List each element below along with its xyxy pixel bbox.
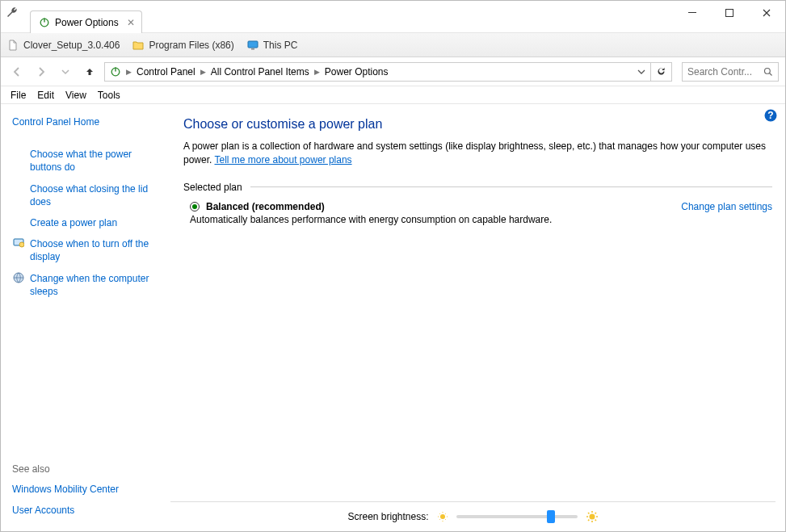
close-tab-icon[interactable]: ✕ [127, 17, 135, 28]
help-icon[interactable]: ? [764, 109, 777, 122]
plan-option[interactable]: Balanced (recommended) [190, 201, 325, 212]
bookmark-clover-setup[interactable]: Clover_Setup_3.0.406 [7, 40, 120, 51]
nav-bar: ▶ Control Panel ▶ All Control Panel Item… [1, 57, 785, 86]
globe-icon [12, 272, 25, 298]
search-input[interactable] [687, 66, 757, 77]
plan-row: Balanced (recommended) Change plan setti… [183, 201, 772, 212]
maximize-button[interactable] [711, 1, 748, 25]
svg-text:?: ? [767, 110, 773, 121]
menu-file[interactable]: File [11, 90, 26, 101]
search-box[interactable] [682, 62, 779, 82]
svg-point-14 [440, 514, 445, 519]
see-also-heading: See also [12, 463, 162, 475]
selected-plan-label: Selected plan [183, 182, 242, 193]
bookmark-this-pc[interactable]: This PC [247, 40, 298, 51]
sidebar-item-create-plan[interactable]: Create a power plan [12, 216, 162, 229]
sidebar: Control Panel Home Choose what the power… [1, 104, 170, 531]
breadcrumb-item[interactable]: All Control Panel Items [211, 66, 309, 77]
see-also-mobility-center[interactable]: Windows Mobility Center [12, 483, 162, 496]
up-button[interactable] [80, 62, 99, 82]
window-controls [674, 1, 785, 25]
change-plan-settings-link[interactable]: Change plan settings [681, 201, 772, 212]
chevron-right-icon[interactable]: ▶ [124, 68, 133, 76]
browser-tab[interactable]: Power Options ✕ [30, 10, 142, 33]
plan-description: Automatically balances performance with … [183, 214, 772, 225]
svg-point-12 [19, 242, 24, 247]
bookmark-label: Program Files (x86) [149, 40, 233, 51]
wrench-icon [6, 6, 19, 19]
sidebar-item-power-buttons[interactable]: Choose what the power buttons do [12, 148, 162, 174]
monitor-icon [247, 40, 258, 51]
svg-rect-7 [115, 67, 116, 71]
svg-rect-3 [726, 10, 733, 17]
breadcrumb-item[interactable]: Power Options [325, 66, 389, 77]
sidebar-item-sleep[interactable]: Change when the computer sleeps [12, 272, 162, 298]
svg-point-8 [765, 68, 771, 73]
learn-more-link[interactable]: Tell me more about power plans [214, 154, 351, 165]
monitor-off-icon [12, 237, 25, 263]
brightness-label: Screen brightness: [347, 511, 428, 522]
svg-rect-4 [248, 41, 258, 48]
page-heading: Choose or customise a power plan [183, 117, 772, 132]
folder-icon [132, 40, 144, 51]
address-breadcrumb[interactable]: ▶ Control Panel ▶ All Control Panel Item… [104, 62, 651, 82]
brightness-slider[interactable] [456, 515, 578, 518]
menu-view[interactable]: View [65, 90, 86, 101]
sun-bright-icon [586, 510, 599, 523]
menu-tools[interactable]: Tools [98, 90, 120, 101]
back-button[interactable] [7, 62, 27, 82]
main-panel: Choose or customise a power plan A power… [170, 104, 785, 531]
search-icon[interactable] [763, 67, 773, 77]
titlebar: Power Options ✕ [1, 1, 785, 33]
bookmark-label: Clover_Setup_3.0.406 [23, 40, 120, 51]
refresh-button[interactable] [651, 62, 672, 82]
control-panel-home-link[interactable]: Control Panel Home [12, 115, 162, 128]
chevron-right-icon[interactable]: ▶ [199, 68, 208, 76]
file-icon [7, 40, 19, 51]
see-also-user-accounts[interactable]: User Accounts [12, 504, 162, 517]
power-icon [39, 17, 50, 28]
breadcrumb-item[interactable]: Control Panel [137, 66, 195, 77]
page-description: A power plan is a collection of hardware… [183, 140, 772, 167]
chevron-right-icon[interactable]: ▶ [313, 68, 322, 76]
minimize-button[interactable] [674, 1, 711, 25]
tab-title: Power Options [55, 17, 119, 28]
svg-rect-2 [688, 12, 696, 13]
sidebar-item-closing-lid[interactable]: Choose what closing the lid does [12, 182, 162, 208]
selected-plan-divider: Selected plan [183, 182, 772, 193]
brightness-footer: Screen brightness: [170, 501, 775, 523]
forward-button[interactable] [32, 62, 51, 82]
bookmark-program-files[interactable]: Program Files (x86) [132, 40, 233, 51]
close-window-button[interactable] [748, 1, 785, 25]
radio-selected-icon[interactable] [190, 202, 200, 212]
svg-rect-1 [44, 18, 44, 22]
bookmark-label: This PC [263, 40, 298, 51]
menu-edit[interactable]: Edit [37, 90, 54, 101]
sun-dim-icon [437, 511, 448, 522]
recent-dropdown[interactable] [56, 62, 75, 82]
bookmarks-bar: Clover_Setup_3.0.406 Program Files (x86)… [1, 33, 785, 57]
plan-name-label: Balanced (recommended) [206, 201, 325, 212]
slider-thumb-icon[interactable] [547, 510, 555, 523]
svg-rect-5 [251, 48, 254, 50]
power-icon [110, 66, 121, 77]
sidebar-item-display-off[interactable]: Choose when to turn off the display [12, 237, 162, 263]
content-area: ? Control Panel Home Choose what the pow… [1, 104, 785, 531]
menu-bar: File Edit View Tools [1, 86, 785, 104]
svg-point-15 [589, 514, 595, 520]
chevron-down-icon[interactable] [637, 68, 645, 76]
